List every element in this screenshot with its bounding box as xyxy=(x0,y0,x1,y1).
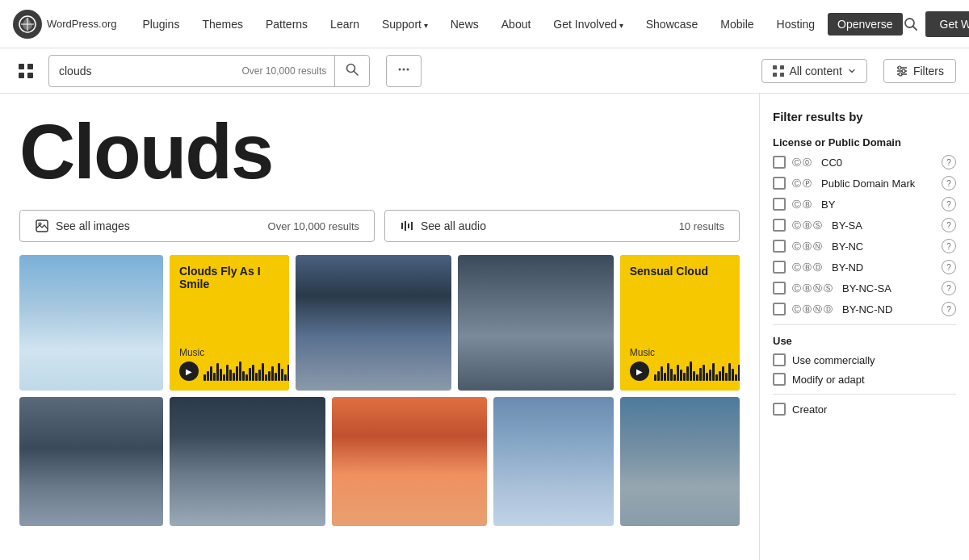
see-all-images-label: See all images xyxy=(56,219,130,232)
nav-themes[interactable]: Themes xyxy=(192,13,253,36)
filter-label-by[interactable]: BY xyxy=(821,199,935,211)
nav-support[interactable]: Support xyxy=(372,13,438,36)
play-button-1[interactable]: ▶ xyxy=(179,361,199,381)
filter-label-modify[interactable]: Modify or adapt xyxy=(792,374,956,386)
nav-plugins[interactable]: Plugins xyxy=(132,13,189,36)
music-card-overlay-2: Sensual Cloud Music ▶ xyxy=(620,255,740,391)
checkbox-bysa[interactable] xyxy=(773,219,786,232)
filter-label-commercial[interactable]: Use commercially xyxy=(792,354,956,366)
checkbox-bynd[interactable] xyxy=(773,261,786,274)
nav-about[interactable]: About xyxy=(492,13,541,36)
grid-icon[interactable] xyxy=(13,58,39,84)
more-options-button[interactable] xyxy=(386,55,422,87)
get-wordpress-button[interactable]: Get WordPress xyxy=(925,11,969,37)
license-icons-bynd: ⒸⒷⒹ xyxy=(792,261,822,274)
nav-patterns[interactable]: Patterns xyxy=(256,13,317,36)
see-all-audio-card[interactable]: See all audio 10 results xyxy=(384,210,740,242)
svg-point-11 xyxy=(407,68,409,70)
see-all-audio-count: 10 results xyxy=(679,220,724,232)
svg-point-21 xyxy=(899,73,902,76)
search-box: Over 10,000 results xyxy=(48,55,370,87)
checkbox-creator[interactable] xyxy=(773,403,786,416)
filter-row-byncsa: ⒸⒷⓃⓈ BY-NC-SA ? xyxy=(773,281,956,295)
cloud-image-6[interactable] xyxy=(19,397,163,526)
svg-rect-5 xyxy=(19,73,24,78)
filter-label-cc0[interactable]: CC0 xyxy=(821,157,935,169)
svg-rect-26 xyxy=(408,224,409,228)
cloud-image-8[interactable] xyxy=(332,397,488,526)
info-icon-cc0[interactable]: ? xyxy=(942,155,956,169)
nav-mobile[interactable]: Mobile xyxy=(711,13,763,36)
nav-hosting[interactable]: Hosting xyxy=(767,13,824,36)
filter-label-bynd[interactable]: BY-ND xyxy=(832,261,935,274)
nav-news[interactable]: News xyxy=(441,13,489,36)
filter-row-pdm: ⒸⓅ Public Domain Mark ? xyxy=(773,176,956,190)
svg-point-20 xyxy=(902,69,905,73)
checkbox-byncsa[interactable] xyxy=(773,282,786,295)
info-icon-bync[interactable]: ? xyxy=(942,239,956,253)
music-card-2[interactable]: Sensual Cloud Music ▶ xyxy=(620,255,740,391)
see-all-images-card[interactable]: See all images Over 10,000 results xyxy=(19,210,375,242)
filter-label-bync[interactable]: BY-NC xyxy=(832,240,935,253)
info-icon-bysa[interactable]: ? xyxy=(942,218,956,232)
cloud-image-3[interactable] xyxy=(296,255,451,391)
nav-openverse[interactable]: Openverse xyxy=(828,13,902,36)
svg-rect-13 xyxy=(780,65,784,69)
info-icon-pdm[interactable]: ? xyxy=(942,176,956,190)
main-layout: Clouds See all images Over 10,000 result… xyxy=(0,94,969,560)
play-button-2[interactable]: ▶ xyxy=(630,361,649,381)
filter-divider-use xyxy=(773,324,956,325)
content-type-select[interactable]: All content xyxy=(761,59,867,83)
nav-logo[interactable]: WordPress.org xyxy=(13,10,116,39)
license-icons-bync: ⒸⒷⓃ xyxy=(792,240,822,253)
svg-rect-25 xyxy=(405,221,406,231)
svg-rect-27 xyxy=(411,222,413,230)
filter-label-creator[interactable]: Creator xyxy=(792,403,956,416)
checkbox-modify[interactable] xyxy=(773,373,786,386)
info-icon-by[interactable]: ? xyxy=(942,197,956,211)
filter-row-bync: ⒸⒷⓃ BY-NC ? xyxy=(773,239,956,253)
cloud-image-9[interactable] xyxy=(493,397,613,526)
cloud-image-1[interactable] xyxy=(19,255,163,391)
info-icon-byncnd[interactable]: ? xyxy=(942,302,956,316)
checkbox-cc0[interactable] xyxy=(773,156,786,169)
filter-label-pdm[interactable]: Public Domain Mark xyxy=(821,178,935,190)
music-card-label-2: Music xyxy=(630,347,730,358)
license-icons-cc0: Ⓒ⓪ xyxy=(792,157,812,169)
nav-learn[interactable]: Learn xyxy=(321,13,369,36)
svg-rect-24 xyxy=(401,223,403,229)
music-card-1[interactable]: Clouds Fly As I Smile Music ▶ xyxy=(170,255,289,391)
see-all-images-count: Over 10,000 results xyxy=(268,220,359,232)
info-icon-bynd[interactable]: ? xyxy=(942,260,956,274)
checkbox-byncnd[interactable] xyxy=(773,303,786,316)
content-area: Clouds See all images Over 10,000 result… xyxy=(0,94,759,560)
svg-point-23 xyxy=(39,223,41,225)
nav-logo-text: WordPress.org xyxy=(47,18,116,30)
checkbox-by[interactable] xyxy=(773,198,786,211)
nav-get-involved[interactable]: Get Involved xyxy=(543,13,632,36)
nav-showcase[interactable]: Showcase xyxy=(636,13,708,36)
filter-label-byncsa[interactable]: BY-NC-SA xyxy=(842,282,935,295)
license-icons-byncsa: ⒸⒷⓃⓈ xyxy=(792,282,833,295)
search-input[interactable] xyxy=(49,58,234,84)
search-submit-button[interactable] xyxy=(334,56,369,86)
cloud-image-4[interactable] xyxy=(458,255,614,391)
music-controls-2: ▶ xyxy=(630,361,730,381)
wp-logo-icon xyxy=(13,10,42,39)
license-section-title: License or Public Domain xyxy=(773,136,956,148)
cloud-image-7[interactable] xyxy=(170,397,325,526)
filter-label-bysa[interactable]: BY-SA xyxy=(832,219,935,232)
info-icon-byncsa[interactable]: ? xyxy=(942,281,956,295)
svg-line-8 xyxy=(354,71,358,75)
checkbox-bync[interactable] xyxy=(773,240,786,253)
image-grid-row-2 xyxy=(19,397,740,526)
filter-label-byncnd[interactable]: BY-NC-ND xyxy=(842,303,935,316)
checkbox-pdm[interactable] xyxy=(773,177,786,190)
cloud-image-10[interactable] xyxy=(620,397,740,526)
nav-search-icon[interactable] xyxy=(903,10,919,39)
page-title: Clouds xyxy=(19,113,740,190)
checkbox-commercial[interactable] xyxy=(773,353,786,366)
filters-button[interactable]: Filters xyxy=(883,59,956,83)
svg-rect-15 xyxy=(780,73,784,77)
svg-point-9 xyxy=(399,68,401,70)
